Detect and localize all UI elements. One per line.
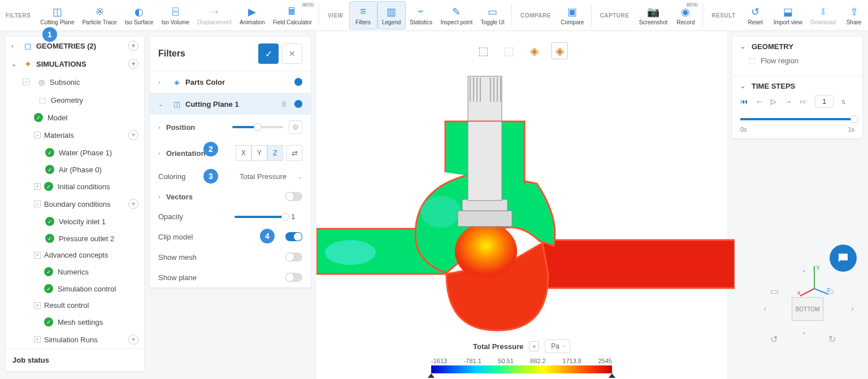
view-shaded-button[interactable]: ◈	[526, 42, 542, 59]
add-bc-button[interactable]: +	[128, 199, 138, 209]
show-mesh-toggle[interactable]	[285, 252, 302, 262]
clip-model-toggle[interactable]	[285, 232, 302, 241]
cutting-plane-row[interactable]: ⌄ ◫ Cutting Plane 1 🗑	[150, 93, 311, 115]
animation-button[interactable]: ▶ Animation	[236, 1, 269, 29]
timestep-slider[interactable]	[740, 118, 854, 120]
chevron-right-icon: ›	[158, 150, 166, 156]
geometries-header[interactable]: › ⬚ GEOMETRIES (2) +	[6, 37, 144, 55]
add-run-button[interactable]: +	[128, 334, 138, 345]
color-legend: Total Pressure ≡ Pa ⌄ -1613 -781.1 50.51…	[431, 339, 612, 373]
particle-trace-button[interactable]: ※ Particle Trace	[78, 1, 120, 29]
simulations-header[interactable]: ⌄ ✦ SIMULATIONS +	[6, 55, 144, 73]
delete-icon[interactable]: 🗑	[281, 100, 288, 108]
collapse-icon[interactable]: −	[34, 132, 41, 138]
import-view-button[interactable]: ⬓ Import view	[770, 1, 806, 29]
nav-down-button[interactable]: ˅	[802, 331, 806, 342]
subsonic-row[interactable]: − ◎ Subsonic	[6, 73, 144, 91]
vectors-toggle[interactable]	[285, 192, 302, 201]
record-button[interactable]: BETA ◉ Record	[671, 1, 700, 29]
mesh-settings-row[interactable]: ✓ Mesh settings	[6, 313, 144, 330]
legend-unit-dropdown[interactable]: Pa ⌄	[545, 339, 570, 353]
rotate-cw-button[interactable]: ↻	[828, 334, 836, 345]
section-result-label: RESULT	[706, 12, 741, 19]
position-slider[interactable]	[232, 126, 283, 128]
collapse-icon[interactable]: −	[34, 201, 41, 207]
collapse-icon[interactable]: −	[23, 79, 29, 85]
axis-x-button[interactable]: X	[236, 145, 251, 161]
coloring-dropdown[interactable]: Total Pressure ⌄	[240, 172, 302, 181]
field-calculator-button[interactable]: BETA 🖩 Field Calculator	[269, 1, 316, 29]
geometry-section-header[interactable]: ⌄ GEOMETRY	[740, 42, 854, 51]
nav-home-button[interactable]: ⌂	[828, 286, 834, 296]
next-frame-button[interactable]: →	[784, 97, 792, 106]
compare-button[interactable]: ▣ Compare	[557, 1, 588, 29]
timestep-value[interactable]: 1	[815, 95, 834, 108]
view-wire-button[interactable]: ⬚	[500, 42, 517, 59]
share-button[interactable]: ⇪ Share	[840, 1, 868, 29]
nav-up-button[interactable]: ˄	[802, 269, 806, 280]
help-chat-button[interactable]	[830, 245, 857, 272]
advanced-concepts-row[interactable]: + Advanced concepts	[6, 247, 144, 263]
model-row[interactable]: ✓ Model	[6, 109, 144, 126]
statistics-button[interactable]: ⫟ Statistics	[406, 1, 437, 29]
viewport-3d[interactable]: ⬚ ⬚ ◈ ◈	[316, 31, 727, 379]
legend-settings-button[interactable]: ≡	[529, 341, 539, 351]
first-frame-button[interactable]: ⏮	[740, 97, 748, 106]
color-dot[interactable]	[294, 78, 302, 86]
iso-surface-button[interactable]: ◐ Iso Surface	[121, 1, 158, 29]
expand-icon[interactable]: +	[34, 336, 41, 343]
iso-volume-button[interactable]: ⌸ Iso Volume	[157, 1, 193, 29]
nav-right-button[interactable]: ›	[851, 304, 854, 313]
simulation-runs-row[interactable]: + Simulation Runs +	[6, 330, 144, 348]
air-row[interactable]: ✓ Air (Phase 0)	[6, 161, 144, 178]
job-status[interactable]: Job status	[6, 348, 144, 371]
cutting-plane-button[interactable]: ◫ Cutting Plane	[36, 1, 78, 29]
toggle-ui-button[interactable]: ▭ Toggle UI	[476, 1, 509, 29]
materials-row[interactable]: − Materials +	[6, 126, 144, 144]
opacity-slider[interactable]	[235, 216, 285, 218]
expand-icon[interactable]: +	[34, 302, 41, 309]
play-button[interactable]: ▷	[771, 97, 776, 106]
initial-conditions-row[interactable]: + ✓ Initial conditions	[6, 178, 144, 195]
simulation-control-row[interactable]: ✓ Simulation control	[6, 280, 144, 297]
pressure-outlet-row[interactable]: ✓ Pressure outlet 2	[6, 230, 144, 247]
close-button[interactable]: ✕	[282, 43, 302, 64]
expand-icon[interactable]: +	[34, 252, 41, 259]
reset-button[interactable]: ↺ Reset	[741, 1, 770, 29]
nav-left-button[interactable]: ‹	[763, 304, 766, 313]
nav-camera-button[interactable]: ▭	[770, 286, 779, 297]
filters-view-button[interactable]: ≡ Filters	[349, 1, 377, 29]
expand-icon[interactable]: +	[34, 183, 41, 190]
beta-badge-2: BETA	[685, 2, 699, 7]
water-row[interactable]: ✓ Water (Phase 1)	[6, 144, 144, 161]
flow-region-item[interactable]: ⬚ Flow region	[740, 51, 854, 70]
prev-frame-button[interactable]: ←	[756, 97, 763, 106]
add-simulation-button[interactable]: +	[128, 59, 138, 69]
parts-color-row[interactable]: › ◈ Parts Color	[150, 71, 311, 93]
axis-z-button[interactable]: Z	[267, 145, 283, 161]
legend-colorbar[interactable]	[431, 365, 612, 373]
add-material-button[interactable]: +	[128, 130, 138, 140]
numerics-row[interactable]: ✓ Numerics	[6, 263, 144, 280]
color-dot[interactable]	[294, 100, 302, 108]
legend-min-handle[interactable]	[428, 373, 435, 378]
swap-axis-button[interactable]: ⇄	[287, 145, 302, 161]
rotate-ccw-button[interactable]: ↺	[770, 334, 778, 345]
recenter-button[interactable]: ⊙	[289, 120, 302, 134]
show-plane-toggle[interactable]	[285, 273, 302, 282]
screenshot-button[interactable]: 📷 Screenshot	[635, 1, 671, 29]
nav-cube[interactable]: BOTTOM	[792, 297, 823, 321]
boundary-conditions-row[interactable]: − Boundary conditions +	[6, 195, 144, 213]
legend-view-button[interactable]: ▥ Legend	[377, 1, 406, 29]
add-geometry-button[interactable]: +	[128, 41, 138, 51]
velocity-inlet-row[interactable]: ✓ Velocity inlet 1	[6, 213, 144, 230]
confirm-button[interactable]: ✓	[258, 43, 279, 64]
geometry-row[interactable]: ⬚ Geometry	[6, 91, 144, 109]
inspect-point-button[interactable]: ✎ Inspect point	[436, 1, 476, 29]
axis-y-button[interactable]: Y	[251, 145, 267, 161]
result-control-row[interactable]: + Result control	[6, 297, 144, 313]
view-iso-button[interactable]: ◈	[551, 42, 568, 59]
legend-max-handle[interactable]	[609, 373, 615, 378]
view-solid-button[interactable]: ⬚	[475, 42, 492, 59]
timesteps-section-header[interactable]: ⌄ TIME STEPS	[740, 82, 854, 90]
